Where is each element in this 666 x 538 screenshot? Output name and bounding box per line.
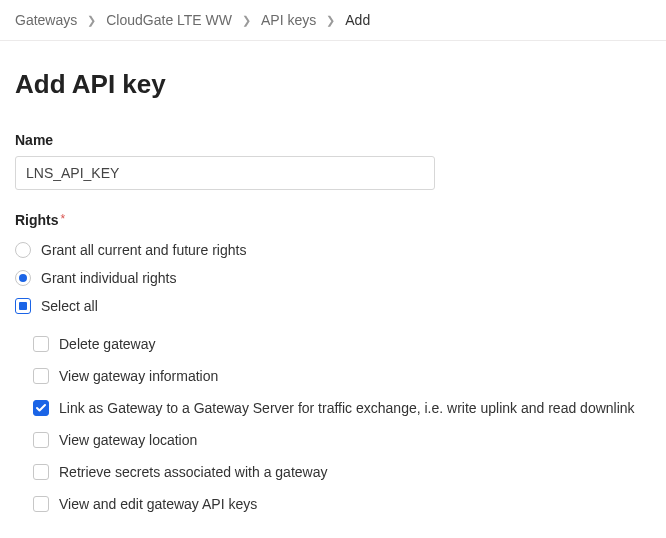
chevron-right-icon: ❯ xyxy=(326,14,335,27)
name-label: Name xyxy=(15,132,651,148)
select-all-label[interactable]: Select all xyxy=(41,298,98,314)
checkbox-view-gateway-info[interactable] xyxy=(33,368,49,384)
right-label[interactable]: Link as Gateway to a Gateway Server for … xyxy=(59,400,635,416)
right-label[interactable]: Retrieve secrets associated with a gatew… xyxy=(59,464,327,480)
right-delete-gateway[interactable]: Delete gateway xyxy=(33,328,651,360)
breadcrumb-gateways[interactable]: Gateways xyxy=(15,12,77,28)
checkbox-link-gateway[interactable] xyxy=(33,400,49,416)
required-star-icon: * xyxy=(61,212,66,226)
right-label[interactable]: Delete gateway xyxy=(59,336,156,352)
right-view-location[interactable]: View gateway location xyxy=(33,424,651,456)
rights-section: Rights* Grant all current and future rig… xyxy=(15,212,651,520)
right-view-gateway-info[interactable]: View gateway information xyxy=(33,360,651,392)
breadcrumb-gateway[interactable]: CloudGate LTE WW xyxy=(106,12,232,28)
grant-individual-option[interactable]: Grant individual rights xyxy=(15,264,651,292)
checkbox-delete-gateway[interactable] xyxy=(33,336,49,352)
name-input[interactable] xyxy=(15,156,435,190)
checkbox-select-all[interactable] xyxy=(15,298,31,314)
grant-individual-label[interactable]: Grant individual rights xyxy=(41,270,176,286)
checkbox-edit-api-keys[interactable] xyxy=(33,496,49,512)
breadcrumb-add: Add xyxy=(345,12,370,28)
chevron-right-icon: ❯ xyxy=(87,14,96,27)
rights-label: Rights* xyxy=(15,212,651,228)
right-label[interactable]: View gateway information xyxy=(59,368,218,384)
breadcrumb-api-keys[interactable]: API keys xyxy=(261,12,316,28)
radio-grant-individual[interactable] xyxy=(15,270,31,286)
breadcrumb: Gateways ❯ CloudGate LTE WW ❯ API keys ❯… xyxy=(0,0,666,41)
main-content: Add API key Name Rights* Grant all curre… xyxy=(0,41,666,520)
rights-label-text: Rights xyxy=(15,212,59,228)
right-link-gateway[interactable]: Link as Gateway to a Gateway Server for … xyxy=(33,392,651,424)
right-label[interactable]: View and edit gateway API keys xyxy=(59,496,257,512)
right-retrieve-secrets[interactable]: Retrieve secrets associated with a gatew… xyxy=(33,456,651,488)
grant-all-label[interactable]: Grant all current and future rights xyxy=(41,242,246,258)
select-all-option[interactable]: Select all xyxy=(15,292,651,320)
rights-list: Delete gateway View gateway information … xyxy=(15,328,651,520)
checkbox-view-location[interactable] xyxy=(33,432,49,448)
radio-grant-all[interactable] xyxy=(15,242,31,258)
grant-all-option[interactable]: Grant all current and future rights xyxy=(15,236,651,264)
right-label[interactable]: View gateway location xyxy=(59,432,197,448)
page-title: Add API key xyxy=(15,69,651,100)
name-section: Name xyxy=(15,132,651,190)
checkbox-retrieve-secrets[interactable] xyxy=(33,464,49,480)
chevron-right-icon: ❯ xyxy=(242,14,251,27)
right-edit-api-keys[interactable]: View and edit gateway API keys xyxy=(33,488,651,520)
